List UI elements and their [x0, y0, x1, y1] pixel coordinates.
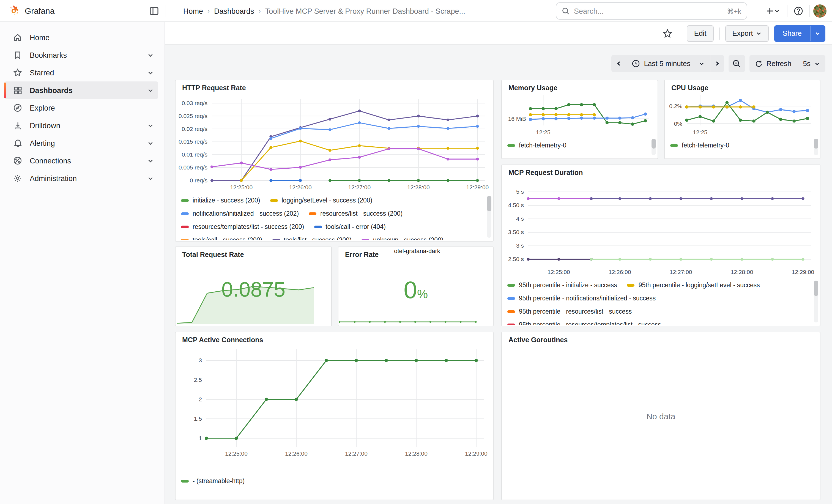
svg-text:12:25:00: 12:25:00	[225, 450, 248, 457]
legend-item[interactable]: logging/setLevel - success (200)	[270, 197, 372, 204]
chevron-down-icon[interactable]	[148, 175, 154, 181]
legend-item[interactable]: 95th percentile - notifications/initiali…	[508, 295, 656, 301]
refresh-button[interactable]: Refresh	[749, 55, 797, 72]
sidebar-item-alerting[interactable]: Alerting	[4, 134, 158, 152]
legend-item[interactable]: fetch-telemetry-0	[508, 142, 567, 149]
mcp-active-connections-chart[interactable]: 11.522.5312:25:0012:26:0012:27:0012:28:0…	[176, 332, 493, 471]
legend-swatch	[181, 479, 189, 482]
legend-scrollbar[interactable]	[814, 139, 818, 155]
brand[interactable]: Grafana	[0, 4, 143, 17]
legend-item[interactable]: tools/call - error (404)	[314, 223, 386, 230]
chevron-down-icon[interactable]	[148, 123, 154, 129]
legend-label: tools/list - success (200)	[284, 237, 352, 240]
question-circle-icon	[794, 6, 803, 16]
legend-item[interactable]: 95th percentile - logging/setLevel - suc…	[627, 282, 760, 288]
sidebar-toggle-button[interactable]	[146, 3, 162, 19]
svg-text:12:26:00: 12:26:00	[285, 450, 308, 457]
sidebar-item-administration[interactable]: Administration	[4, 169, 158, 187]
legend-scrollbar[interactable]	[651, 139, 656, 155]
legend-swatch	[508, 284, 515, 286]
chevron-down-icon[interactable]	[148, 52, 154, 58]
panel-http-request-rate[interactable]: HTTP Request Rate 0 req/s0.005 req/s0.01…	[175, 80, 494, 242]
panel-mcp-request-duration[interactable]: MCP Request Duration 2.50 s3 s3.50 s4 s4…	[501, 164, 821, 326]
svg-text:3.50 s: 3.50 s	[508, 229, 524, 235]
http-request-rate-chart[interactable]: 0 req/s0.005 req/s0.01 req/s0.015 req/s0…	[176, 80, 493, 195]
legend-item[interactable]: resources/templates/list - success (200)	[181, 223, 304, 230]
legend-swatch	[508, 323, 515, 325]
svg-text:0 req/s: 0 req/s	[190, 177, 207, 184]
panel-error-rate[interactable]: Error Rate 0%	[338, 246, 494, 326]
svg-text:12:25: 12:25	[693, 129, 707, 135]
svg-text:0%: 0%	[674, 121, 682, 127]
legend-scrollbar[interactable]	[487, 196, 491, 238]
legend-item[interactable]: - (streamable-http)	[181, 478, 244, 484]
legend-item[interactable]: fetch-telemetry-0	[670, 142, 729, 149]
legend-swatch	[670, 144, 678, 147]
chevron-down-icon[interactable]	[148, 70, 154, 76]
chevron-down-icon[interactable]	[148, 140, 154, 146]
sidebar-item-connections[interactable]: Connections	[4, 152, 158, 169]
legend-item[interactable]: initialize - success (200)	[181, 197, 260, 204]
legend-swatch	[181, 199, 189, 202]
sidebar-item-home[interactable]: Home	[4, 29, 158, 46]
refresh-interval-picker[interactable]: 5s	[797, 55, 825, 72]
search-box[interactable]: ⌘+k	[556, 2, 747, 20]
favorite-star-button[interactable]	[660, 26, 675, 41]
legend-scrollbar[interactable]	[814, 281, 818, 322]
legend-label: fetch-telemetry-0	[682, 142, 729, 149]
memory-legend: fetch-telemetry-0	[508, 139, 649, 157]
edit-button[interactable]: Edit	[687, 25, 714, 42]
help-button[interactable]	[791, 3, 806, 19]
sidebar-item-bookmarks[interactable]: Bookmarks	[4, 46, 158, 64]
sidebar-item-starred[interactable]: Starred	[4, 64, 158, 81]
user-avatar[interactable]	[813, 4, 827, 18]
legend-label: fetch-telemetry-0	[519, 142, 567, 149]
legend-item[interactable]: 95th percentile - initialize - success	[508, 282, 617, 288]
search-input[interactable]	[574, 7, 723, 15]
panel-title: Error Rate	[345, 251, 379, 259]
header-divider	[787, 5, 787, 17]
share-dropdown-button[interactable]	[810, 25, 825, 42]
breadcrumb-dashboards[interactable]: Dashboards	[214, 7, 254, 15]
sidebar-item-dashboards[interactable]: Dashboards	[4, 81, 158, 99]
panel-title: Active Goroutines	[509, 336, 568, 344]
legend-item[interactable]: notifications/initialized - success (202…	[181, 210, 299, 217]
chevron-down-icon[interactable]	[148, 87, 154, 93]
share-button[interactable]: Share	[775, 25, 810, 42]
panel-memory-usage[interactable]: Memory Usage 16 MiB12:25 fetch-telemetry…	[501, 80, 658, 159]
breadcrumb-home[interactable]: Home	[183, 7, 203, 15]
time-shift-back-button[interactable]	[612, 55, 626, 72]
chevron-down-icon[interactable]	[148, 158, 154, 164]
panel-total-request-rate[interactable]: Total Request Rate 0.0875	[175, 246, 332, 326]
breadcrumb-separator: ›	[207, 7, 210, 15]
panel-title: MCP Active Connections	[182, 336, 263, 344]
svg-text:0.02 req/s: 0.02 req/s	[182, 126, 207, 132]
sidebar-item-label: Alerting	[30, 139, 148, 147]
panel-active-goroutines[interactable]: Active Goroutines No data	[501, 332, 821, 500]
time-shift-forward-button[interactable]	[709, 55, 724, 72]
legend-label: 95th percentile - resources/templates/li…	[519, 321, 661, 325]
svg-text:0.2%: 0.2%	[669, 103, 682, 109]
legend-item[interactable]: tools/list - success (200)	[272, 237, 352, 240]
panel-mcp-active-connections[interactable]: MCP Active Connections 11.522.5312:25:00…	[175, 332, 494, 500]
sidebar-item-explore[interactable]: Explore	[4, 99, 158, 117]
export-button[interactable]: Export	[725, 25, 769, 42]
legend-item[interactable]: resources/list - success (200)	[309, 210, 402, 217]
legend-item[interactable]: unknown - success (200)	[362, 237, 443, 240]
export-label: Export	[732, 29, 753, 37]
error-rate-sparkline[interactable]	[338, 315, 493, 325]
zoom-out-button[interactable]	[728, 55, 745, 72]
error-rate-number: 0	[404, 276, 417, 303]
svg-text:12:26:00: 12:26:00	[289, 184, 312, 190]
legend-item[interactable]: 95th percentile - resources/templates/li…	[508, 321, 661, 325]
error-rate-unit: %	[417, 287, 428, 301]
time-range-picker[interactable]: Last 5 minutes	[626, 55, 709, 72]
toolbar-divider	[681, 27, 681, 39]
svg-text:12:26:00: 12:26:00	[608, 269, 631, 275]
add-button[interactable]	[761, 3, 784, 19]
mcp-request-duration-chart[interactable]: 2.50 s3 s3.50 s4 s4.50 s5 s12:25:0012:26…	[502, 165, 820, 280]
legend-item[interactable]: tools/call - success (200)	[181, 237, 262, 240]
sidebar-item-drilldown[interactable]: Drilldown	[4, 117, 158, 134]
legend-item[interactable]: 95th percentile - resources/list - succe…	[508, 308, 632, 315]
panel-cpu-usage[interactable]: CPU Usage 0.2%0%12:25 fetch-telemetry-0	[664, 80, 821, 159]
